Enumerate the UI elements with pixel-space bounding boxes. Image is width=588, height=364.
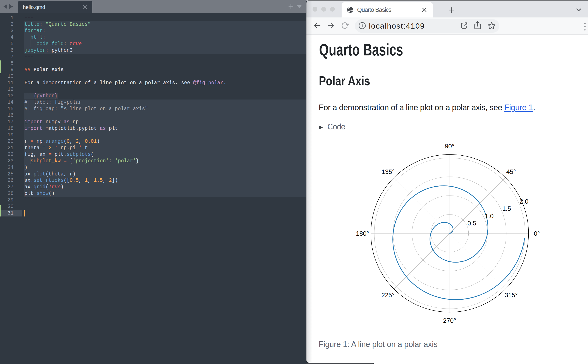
svg-text:0°: 0° xyxy=(534,230,540,237)
svg-text:45°: 45° xyxy=(506,168,516,175)
svg-text:225°: 225° xyxy=(381,292,395,299)
svg-text:270°: 270° xyxy=(443,317,456,324)
svg-text:0.5: 0.5 xyxy=(468,220,476,227)
svg-text:2.0: 2.0 xyxy=(520,198,529,205)
svg-text:1.0: 1.0 xyxy=(485,213,494,220)
svg-text:135°: 135° xyxy=(381,168,395,175)
svg-text:180°: 180° xyxy=(356,230,369,237)
svg-text:315°: 315° xyxy=(505,292,518,299)
svg-text:1.5: 1.5 xyxy=(502,205,511,212)
svg-text:90°: 90° xyxy=(445,143,454,150)
